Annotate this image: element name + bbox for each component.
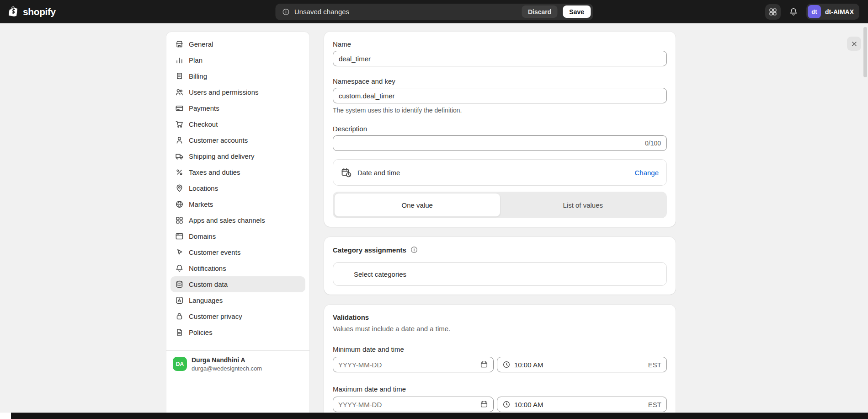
sidebar-item-label: Notifications (189, 264, 226, 272)
sidebar-item-label: Shipping and delivery (189, 152, 254, 160)
topbar-actions: dt dt-AIMAX (765, 4, 859, 20)
min-date-field[interactable] (333, 357, 494, 372)
notifications-bell-icon[interactable] (786, 4, 801, 20)
max-datetime-row: EST (333, 397, 667, 412)
sidebar-item-languages[interactable]: Languages (170, 292, 305, 308)
sidebar-item-label: Users and permissions (189, 88, 259, 96)
description-input[interactable] (333, 135, 667, 151)
sidebar-item-checkout[interactable]: Checkout (170, 116, 305, 132)
user-initials-avatar: DA (173, 357, 187, 371)
min-time-field[interactable]: EST (497, 357, 667, 372)
sidebar-item-domains[interactable]: Domains (170, 228, 305, 244)
settings-sidebar: GeneralPlanBillingUsers and permissionsP… (166, 32, 310, 413)
max-time-field[interactable]: EST (497, 397, 667, 412)
validations-subtitle: Values must include a date and a time. (333, 325, 667, 333)
sidebar-item-custom-data[interactable]: Custom data (170, 276, 305, 292)
sidebar-item-payments[interactable]: Payments (170, 100, 305, 116)
content-type-row: Date and time Change (333, 159, 667, 186)
settings-modal: GeneralPlanBillingUsers and permissionsP… (0, 23, 868, 413)
min-time-input[interactable] (514, 361, 644, 369)
sidebar-item-plan[interactable]: Plan (170, 52, 305, 68)
pin-icon (175, 184, 184, 193)
name-input[interactable] (333, 51, 667, 66)
date-time-icon (341, 167, 351, 178)
sidebar-user[interactable]: DA Durga Nandhini A durga@wedesigntech.c… (166, 350, 309, 377)
list-of-values-segment[interactable]: List of values (501, 193, 666, 217)
min-date-input[interactable] (338, 361, 476, 369)
clock-icon (502, 400, 511, 408)
sidebar-item-label: General (189, 40, 213, 48)
cursor-icon (175, 248, 184, 257)
translate-icon (175, 296, 184, 305)
store-icon (175, 40, 184, 48)
chart-icon (175, 56, 184, 64)
settings-nav: GeneralPlanBillingUsers and permissionsP… (166, 32, 309, 344)
sidebar-item-shipping-and-delivery[interactable]: Shipping and delivery (170, 148, 305, 164)
bottom-left-corner (0, 413, 11, 419)
min-timezone-label: EST (648, 361, 661, 369)
save-button[interactable]: Save (563, 5, 591, 18)
policy-icon (175, 328, 184, 337)
sidebar-item-locations[interactable]: Locations (170, 180, 305, 196)
sidebar-item-label: Customer accounts (189, 136, 248, 144)
sidebar-user-name: Durga Nandhini A (192, 356, 262, 364)
cart-icon (175, 120, 184, 129)
category-info-icon[interactable] (410, 246, 418, 254)
calendar-icon (480, 400, 488, 408)
calendar-icon (480, 360, 488, 369)
user-avatar: dt (808, 5, 821, 18)
sidebar-item-label: Custom data (189, 280, 228, 288)
namespace-input[interactable] (333, 88, 667, 103)
sidebar-item-label: Taxes and duties (189, 168, 240, 176)
sidebar-item-policies[interactable]: Policies (170, 324, 305, 340)
shopify-bag-icon (9, 6, 20, 17)
user-menu[interactable]: dt dt-AIMAX (806, 4, 859, 20)
apps-grid-icon[interactable] (765, 4, 781, 20)
sidebar-item-customer-privacy[interactable]: Customer privacy (170, 308, 305, 324)
change-type-link[interactable]: Change (634, 169, 659, 177)
max-time-input[interactable] (514, 401, 644, 408)
max-date-label: Maximum date and time (333, 385, 667, 393)
bell-icon (175, 264, 184, 273)
globe-icon (175, 200, 184, 209)
sidebar-item-label: Domains (189, 232, 216, 240)
info-icon (282, 8, 290, 16)
sidebar-item-markets[interactable]: Markets (170, 196, 305, 212)
truck-icon (175, 152, 184, 161)
sidebar-item-general[interactable]: General (170, 36, 305, 52)
users-icon (175, 88, 184, 97)
shopify-logo[interactable]: shopify (9, 6, 56, 17)
sidebar-item-label: Payments (189, 104, 219, 112)
namespace-help-text: The system uses this to identify the def… (333, 107, 667, 114)
cardinality-segmented-control: One value List of values (333, 192, 667, 218)
tax-icon (175, 168, 184, 177)
content-type-label: Date and time (357, 169, 400, 177)
sidebar-item-users-and-permissions[interactable]: Users and permissions (170, 84, 305, 100)
topbar: shopify Unsaved changes Discard Save dt … (0, 0, 868, 23)
max-date-field[interactable] (333, 397, 494, 412)
sidebar-item-apps-and-sales-channels[interactable]: Apps and sales channels (170, 212, 305, 228)
sidebar-item-label: Policies (189, 328, 213, 336)
one-value-segment[interactable]: One value (334, 193, 501, 217)
sidebar-item-label: Billing (189, 72, 207, 80)
sidebar-item-label: Customer events (189, 248, 240, 256)
payments-icon (175, 104, 184, 113)
scrollbar-thumb[interactable] (863, 27, 867, 77)
select-categories-button[interactable]: Select categories (333, 262, 667, 286)
select-categories-label: Select categories (354, 270, 406, 278)
sidebar-item-customer-accounts[interactable]: Customer accounts (170, 132, 305, 148)
settings-content: Name Namespace and key The system uses t… (324, 32, 676, 413)
character-counter: 0/100 (645, 140, 661, 147)
sidebar-item-customer-events[interactable]: Customer events (170, 244, 305, 260)
sidebar-item-taxes-and-duties[interactable]: Taxes and duties (170, 164, 305, 180)
sidebar-item-label: Locations (189, 184, 218, 192)
user-name: dt-AIMAX (825, 8, 854, 16)
unsaved-changes-bar: Unsaved changes Discard Save (275, 4, 593, 20)
lock-icon (175, 312, 184, 321)
max-date-input[interactable] (338, 401, 476, 408)
close-icon[interactable] (847, 37, 861, 51)
sidebar-item-billing[interactable]: Billing (170, 68, 305, 84)
domain-icon (175, 232, 184, 241)
sidebar-item-notifications[interactable]: Notifications (170, 260, 305, 276)
discard-button[interactable]: Discard (522, 5, 557, 18)
